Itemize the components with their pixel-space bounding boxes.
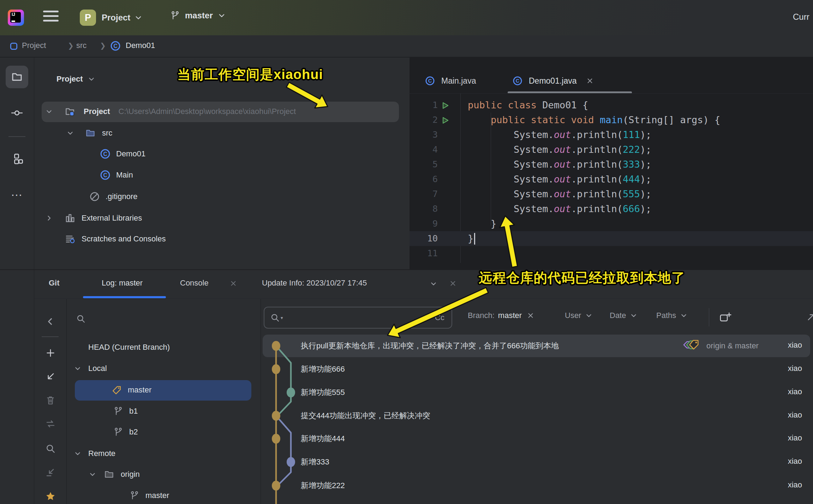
branch-filter[interactable]: Branch: master [468,311,534,320]
chevron-down-icon[interactable] [74,450,81,457]
branch-item-master-local[interactable]: master [34,379,260,401]
line-number: 4 [410,142,438,157]
breadcrumb-demo01[interactable]: Demo01 [126,41,155,50]
close-icon[interactable] [449,280,457,287]
regex-toggle[interactable]: .* [423,313,428,322]
project-tool-button[interactable] [6,66,28,88]
code-line[interactable]: System.out.println(111); [468,127,651,142]
tab-log-master[interactable]: Log: master [102,278,143,288]
commit-author: xiao [747,341,802,350]
code-line[interactable]: } [468,216,496,231]
code-line[interactable]: public class Demo01 { [468,98,588,113]
line-number: 9 [410,216,438,231]
code-line[interactable]: public static void main(String[] args) { [468,113,720,127]
tab-console[interactable]: Console [180,278,209,288]
commit-row[interactable]: 新增333 [301,450,710,474]
branch-item-b2[interactable]: b2 [34,421,260,443]
window-mode-label[interactable]: Curr [793,12,809,22]
new-branch-icon[interactable] [45,348,56,358]
run-main-icon[interactable] [441,116,450,125]
branch-search-icon[interactable] [76,314,86,324]
breadcrumb-src[interactable]: src [76,41,86,50]
chevron-down-icon[interactable] [74,365,81,372]
tree-item-project-root[interactable]: Project C:\Users\Admin\Desktop\workspace… [34,101,410,122]
line-number: 1 [410,98,438,113]
commit-row[interactable]: 新增功能555 [301,381,710,404]
branch-group-local[interactable]: Local [34,358,260,379]
date-filter[interactable]: Date [610,311,637,320]
tree-item-main[interactable]: Main [34,164,410,186]
project-view-selector[interactable]: Project [56,74,95,84]
commit-row[interactable]: 提交444功能出现冲突，已经解决冲突 [301,404,710,427]
commit-author: xiao [747,433,802,443]
branch-group-remote[interactable]: Remote [34,443,260,464]
line-number-current: 10 [410,231,438,246]
commit-row[interactable]: 执行pull更新本地仓库，出现冲突，已经解决了冲突，合并了666功能到本地 [301,334,710,358]
tab-update-info[interactable]: Update Info: 2023/10/27 17:45 [262,278,367,288]
close-icon[interactable] [527,312,534,319]
code-line[interactable]: System.out.println(222); [468,142,651,157]
chevron-down-icon[interactable] [89,471,96,478]
hamburger-menu-icon[interactable] [43,11,59,22]
user-filter[interactable]: User [565,311,592,320]
current-branch-label: master [185,11,213,20]
project-widget[interactable]: P Project [80,10,142,26]
chevron-right-icon[interactable] [46,215,53,222]
main-toolbar: IJ▂ P Project master Curr [0,0,813,35]
breadcrumb: Project ❯ src ❯ Demo01 [0,35,813,58]
commit-row[interactable]: 新增功能666 [301,358,710,381]
scratches-icon [65,234,75,244]
commit-graph [261,299,306,504]
git-panel-title[interactable]: Git [49,278,60,288]
class-icon [100,149,110,159]
chevron-down-icon[interactable] [430,280,437,287]
line-number: 6 [410,172,438,187]
branch-item-head[interactable]: HEAD (Current Branch) [88,337,170,358]
toolbar-overflow-icon[interactable] [806,312,813,322]
chevron-down-icon[interactable] [67,130,74,137]
code-line[interactable]: System.out.println(666); [468,202,651,216]
code-line[interactable]: System.out.println(333); [468,157,651,172]
branch-item-master-remote[interactable]: master [34,485,260,504]
class-icon [425,76,435,86]
branch-group-origin[interactable]: origin [34,464,260,485]
tree-item-scratches[interactable]: Scratches and Consoles [34,228,410,250]
structure-icon [11,153,23,165]
intellij-logo-icon[interactable]: IJ▂ [8,10,24,26]
more-tool-windows-button[interactable]: … [6,180,28,203]
code-line-current[interactable]: } [468,231,473,246]
git-branch-icon [113,427,123,437]
more-icon: … [11,188,23,195]
commit-icon [11,107,23,119]
branch-item-b1[interactable]: b1 [34,401,260,422]
code-line[interactable]: System.out.println(444); [468,172,651,187]
new-tag-icon[interactable] [719,312,732,323]
annotation-pull-note: 远程仓库的代码已经拉取到本地了 [479,269,685,287]
activity-bar: … [0,58,34,504]
divider [42,336,59,337]
vcs-branch-widget[interactable]: master [170,11,226,20]
commit-author: xiao [747,410,802,420]
paths-filter[interactable]: Paths [656,311,687,320]
structure-tool-button[interactable] [6,148,28,170]
commit-row[interactable]: 新增功能444 [301,427,710,450]
close-icon[interactable] [586,77,594,85]
collapse-left-icon[interactable] [45,317,55,326]
class-icon [110,41,121,51]
folder-icon [11,71,23,83]
commit-row[interactable]: 新增功能222 [301,474,710,497]
tree-item-demo01[interactable]: Demo01 [34,143,410,164]
tab-demo01-java[interactable]: Demo01.java [513,76,594,86]
code-line[interactable]: System.out.println(555); [468,187,651,202]
tree-item-gitignore[interactable]: .gitignore [34,186,410,207]
tab-main-java[interactable]: Main.java [425,76,476,86]
run-class-icon[interactable] [441,101,450,110]
tree-item-external-libraries[interactable]: External Libraries [34,208,410,229]
commit-author: xiao [747,480,802,490]
close-icon[interactable] [229,280,237,287]
tree-item-src[interactable]: src [34,122,410,144]
breadcrumb-project[interactable]: Project [22,41,46,50]
match-case-toggle[interactable]: Cc [435,313,444,322]
commit-tool-button[interactable] [6,102,28,124]
chevron-down-icon[interactable] [46,108,53,115]
